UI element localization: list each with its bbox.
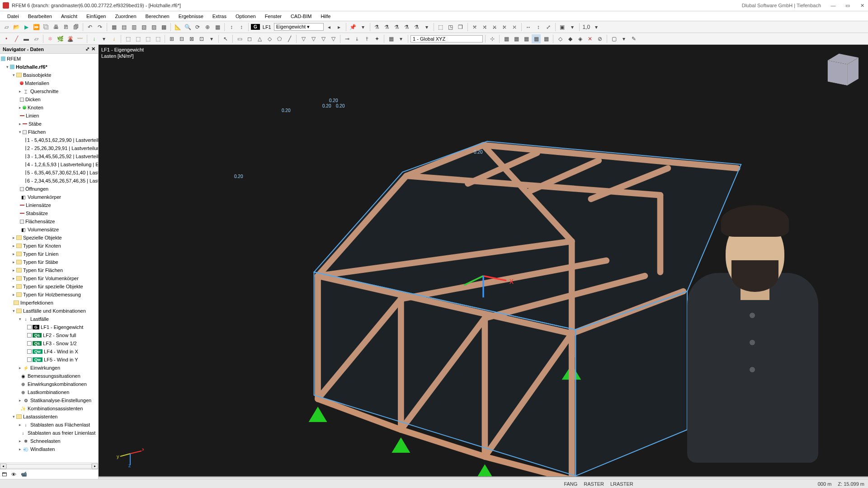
cs1-icon[interactable]: ⊹ — [488, 34, 497, 43]
tree-spezielle[interactable]: ▸Spezielle Objekte — [0, 234, 98, 242]
tree-stabsaetze[interactable]: Stabsätze — [0, 209, 98, 217]
sh3-icon[interactable]: △ — [255, 34, 264, 43]
tree-lastfaelle[interactable]: ▾↓Lastfälle — [0, 315, 98, 323]
res3-icon[interactable]: ▦ — [522, 34, 531, 43]
tree-einwkomb[interactable]: ⊕Einwirkungskombinationen — [0, 380, 98, 388]
tree-liniensaetze[interactable]: Liniensätze — [0, 201, 98, 209]
menu-fenster[interactable]: Fenster — [260, 13, 286, 20]
filter5-icon[interactable]: ⚗ — [412, 23, 421, 32]
menu-cadbim[interactable]: CAD-BIM — [286, 13, 316, 20]
filter3-icon[interactable]: ⚗ — [392, 23, 401, 32]
navigator-close-icon[interactable]: ✕ — [91, 46, 95, 52]
tree-volumenkoerper[interactable]: ◧Volumenkörper — [0, 193, 98, 201]
tree-typ-staebe[interactable]: ▸Typen für Stäbe — [0, 258, 98, 266]
grid1-icon[interactable]: ⊞ — [167, 34, 176, 43]
lf-prev-icon[interactable]: ◂ — [325, 23, 334, 32]
res2-icon[interactable]: ▦ — [512, 34, 521, 43]
disp2-icon[interactable]: ▾ — [619, 34, 628, 43]
sh2-icon[interactable]: ◻ — [245, 34, 254, 43]
dim3-icon[interactable]: ⤢ — [544, 23, 553, 32]
menu-bearbeiten[interactable]: Bearbeiten — [24, 13, 57, 20]
menu-datei[interactable]: Datei — [3, 13, 24, 20]
nav-data-icon[interactable]: 🗔 — [2, 472, 7, 477]
tree-flaechen[interactable]: ▾Flächen — [0, 128, 98, 136]
filter2-icon[interactable]: ⚗ — [382, 23, 392, 32]
tree-typ-holz[interactable]: ▸Typen für Holzbemessung — [0, 291, 98, 299]
view5-icon[interactable]: ▨ — [149, 23, 158, 32]
tree-typ-volumen[interactable]: ▸Typen für Volumenkörper — [0, 274, 98, 282]
tree-flaeche-5[interactable]: 5 - 6,35,46,57,30,62,51,40 | Lastve — [0, 169, 98, 177]
sel1-icon[interactable]: ⬚ — [123, 34, 132, 43]
status-fang[interactable]: FANG — [564, 481, 577, 487]
tree-flaeche-4[interactable]: 4 - 1,2,6,5,93 | Lastverteilung | Eb — [0, 160, 98, 169]
grid5-icon[interactable]: ▾ — [207, 34, 216, 43]
view1-icon[interactable]: ▦ — [109, 23, 118, 32]
tree-lf3[interactable]: Qs LF3 - Snow 1/2 — [0, 339, 98, 347]
tree-typ-knoten[interactable]: ▸Typen für Knoten — [0, 242, 98, 250]
sh1-icon[interactable]: ▭ — [235, 34, 244, 43]
refresh-icon[interactable]: ⟳ — [193, 23, 202, 32]
tree-lass-3[interactable]: ▸❄Schneelasten — [0, 437, 98, 445]
loads-icon[interactable]: ↕ — [227, 23, 236, 32]
saveall-icon[interactable]: ⏩ — [32, 23, 41, 32]
sh6-icon[interactable]: ╱ — [285, 34, 294, 43]
find-icon[interactable]: 🔍 — [183, 23, 192, 32]
sup2-icon[interactable]: ▽ — [309, 34, 318, 43]
tree-lf5[interactable]: Qw LF5 - Wind in Y — [0, 356, 98, 364]
tree-materialien[interactable]: Materialien — [0, 79, 98, 87]
open-icon[interactable]: 📂 — [12, 23, 21, 32]
vis2-icon[interactable]: ◆ — [566, 34, 575, 43]
tree-lf1[interactable]: G LF1 - Eigengewicht — [0, 323, 98, 331]
tree-bemessung[interactable]: ◉Bemessungssituationen — [0, 372, 98, 380]
pin-icon[interactable]: 📌 — [349, 23, 358, 32]
print-icon[interactable]: 🖶 — [52, 23, 61, 32]
copy-icon[interactable]: ⿻ — [42, 23, 51, 32]
member-icon[interactable]: ▬ — [22, 34, 31, 43]
arr1-icon[interactable]: ↓ — [90, 34, 99, 43]
view4-icon[interactable]: ▧ — [139, 23, 148, 32]
pen-icon[interactable]: ✎ — [629, 34, 638, 43]
mesh2-icon[interactable]: ▾ — [396, 34, 406, 43]
axes-widget[interactable]: x y z — [117, 440, 144, 467]
tree-lfk[interactable]: ▾Lastfälle und Kombinationen — [0, 307, 98, 315]
tree-basis[interactable]: ▾Basisobjekte — [0, 71, 98, 79]
rel1-icon[interactable]: ⊸ — [343, 34, 352, 43]
tree-kombass[interactable]: ✨Kombinationsassistenten — [0, 404, 98, 413]
menu-optionen[interactable]: Optionen — [231, 13, 260, 20]
tree-dicken[interactable]: Dicken — [0, 95, 98, 103]
num-icon[interactable]: 1,0 — [582, 23, 591, 32]
axes4-icon[interactable]: ⤪ — [500, 23, 509, 32]
menu-ergebnisse[interactable]: Ergebnisse — [174, 13, 208, 20]
report-icon[interactable]: 🖹 — [61, 23, 71, 32]
view6-icon[interactable]: ▩ — [159, 23, 168, 32]
grid-icon[interactable]: ▦ — [213, 23, 222, 32]
wind-icon[interactable]: 🌿 — [56, 34, 65, 43]
sup1-icon[interactable]: ▽ — [299, 34, 308, 43]
grid3-icon[interactable]: ⊠ — [187, 34, 196, 43]
close-button[interactable]: ✕ — [859, 2, 865, 9]
lf-combo[interactable]: Eigengewicht ▾ — [274, 23, 324, 31]
render2-icon[interactable]: ▾ — [568, 23, 577, 32]
res1-icon[interactable]: ▦ — [502, 34, 511, 43]
tree-typ-flaechen[interactable]: ▸Typen für Flächen — [0, 266, 98, 274]
menu-einfuegen[interactable]: Einfügen — [82, 13, 110, 20]
surface-icon[interactable]: ▱ — [32, 34, 41, 43]
mesh-icon[interactable]: ▦ — [387, 34, 396, 43]
rel4-icon[interactable]: ✦ — [373, 34, 382, 43]
sh5-icon[interactable]: ⬠ — [275, 34, 284, 43]
3d-viewport[interactable]: LF1 - Eigengewicht Lasten [kN/m²] — [99, 45, 868, 476]
minimize-button[interactable]: — — [830, 2, 836, 9]
dim2-icon[interactable]: ↕ — [534, 23, 543, 32]
disp-icon[interactable]: ▢ — [609, 34, 618, 43]
rel2-icon[interactable]: ⫰ — [353, 34, 362, 43]
tree-flaechensaetze[interactable]: Flächensätze — [0, 217, 98, 225]
sel2-icon[interactable]: ⬚ — [133, 34, 142, 43]
tree-lastassistenten[interactable]: ▾Lastassistenten — [0, 413, 98, 421]
grid4-icon[interactable]: ⊡ — [197, 34, 206, 43]
save-icon[interactable]: ▶ — [22, 23, 31, 32]
num2-icon[interactable]: ▾ — [592, 23, 601, 32]
sel4-icon[interactable]: ⬚ — [153, 34, 162, 43]
vis3-icon[interactable]: ◈ — [576, 34, 585, 43]
axes3-icon[interactable]: ⤩ — [490, 23, 499, 32]
status-lraster[interactable]: LRASTER — [610, 481, 633, 487]
